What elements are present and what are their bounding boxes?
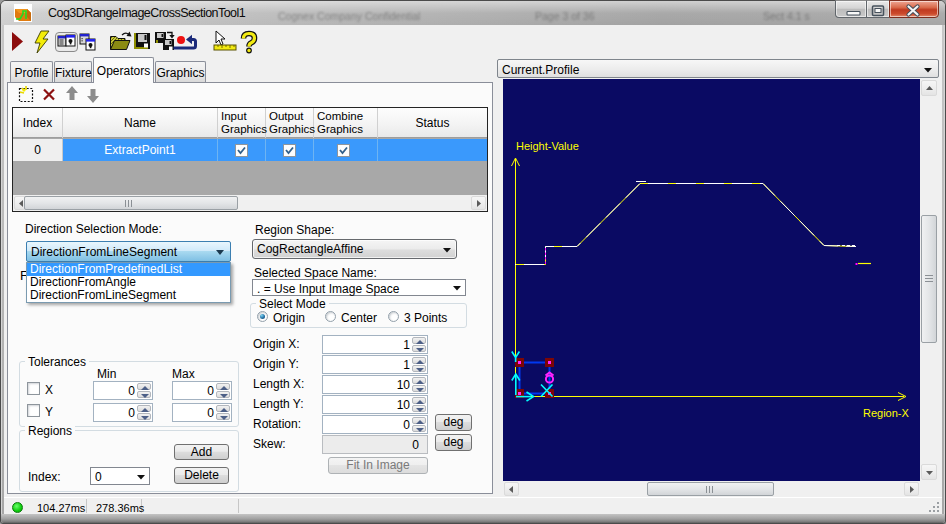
svg-text:Region-X: Region-X bbox=[863, 407, 910, 419]
svg-text:Height-Value: Height-Value bbox=[516, 140, 579, 152]
